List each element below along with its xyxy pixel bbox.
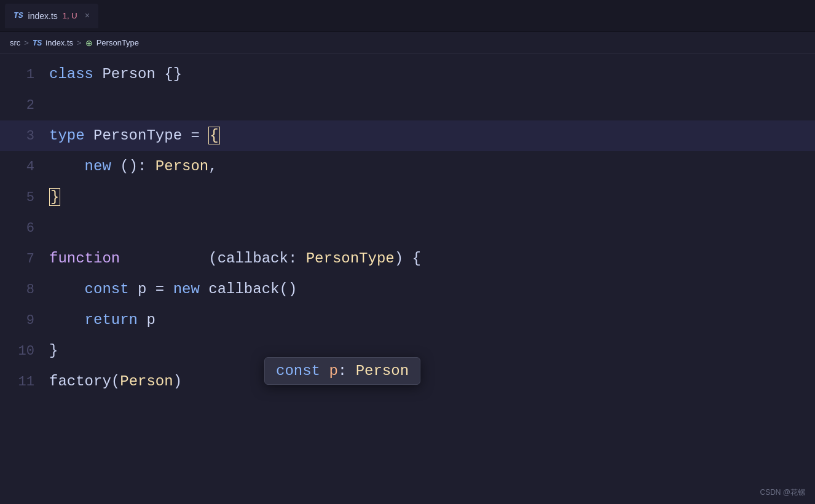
line-3: 3 type PersonType = {	[0, 120, 815, 151]
tab-index-ts[interactable]: TS index.ts 1, U ×	[5, 4, 98, 28]
line-content-9: return p	[49, 305, 156, 336]
line-7: 7 function (callback: PersonType) {	[0, 243, 815, 274]
line-number-8: 8	[0, 282, 49, 297]
tab-bar: TS index.ts 1, U ×	[0, 0, 815, 32]
tab-filename: index.ts	[28, 11, 58, 21]
line-content-1: class Person {}	[49, 59, 182, 90]
breadcrumb: src > TS index.ts > ⊕ PersonType	[0, 32, 815, 54]
line-5: 5 }	[0, 182, 815, 213]
breadcrumb-src: src	[10, 38, 20, 47]
line-content-5: }	[49, 182, 60, 213]
tab-badge: 1, U	[63, 11, 77, 20]
line-content-8: const p = new callback()	[49, 274, 297, 305]
code-editor[interactable]: 1 class Person {} 2 3 type PersonType = …	[0, 54, 815, 504]
line-number-6: 6	[0, 221, 49, 236]
line-number-5: 5	[0, 190, 49, 205]
line-content-10: }	[49, 336, 58, 366]
line-number-2: 2	[0, 98, 49, 113]
line-8: 8 const p = new callback()	[0, 274, 815, 305]
line-number-10: 10	[0, 344, 49, 359]
line-9: 9 return p	[0, 305, 815, 336]
line-6: 6	[0, 213, 815, 243]
ts-icon: TS	[14, 11, 23, 20]
breadcrumb-symbol: PersonType	[96, 38, 139, 47]
watermark: CSDN @花镙	[760, 487, 805, 498]
hover-tooltip: const p: Person	[264, 357, 420, 385]
breadcrumb-file: index.ts	[45, 38, 73, 47]
line-content-3: type PersonType = {	[49, 120, 220, 151]
line-number-9: 9	[0, 313, 49, 328]
code-container: 1 class Person {} 2 3 type PersonType = …	[0, 54, 815, 402]
breadcrumb-sep1: >	[24, 38, 29, 47]
breadcrumb-ts-icon: TS	[33, 39, 42, 47]
line-number-3: 3	[0, 128, 49, 144]
line-1: 1 class Person {}	[0, 59, 815, 90]
line-content-11: factory(Person)	[49, 366, 182, 397]
line-number-4: 4	[0, 159, 49, 175]
breadcrumb-sep2: >	[77, 38, 82, 47]
line-4: 4 new (): Person,	[0, 151, 815, 182]
line-content-2	[49, 90, 58, 120]
line-number-1: 1	[0, 67, 49, 82]
line-number-7: 7	[0, 251, 49, 267]
symbol-icon: ⊕	[85, 38, 93, 48]
close-icon[interactable]: ×	[85, 11, 90, 21]
line-number-11: 11	[0, 374, 49, 390]
line-content-6	[49, 213, 58, 243]
line-content-4: new (): Person,	[49, 151, 218, 182]
line-2: 2	[0, 90, 815, 120]
line-content-7: function (callback: PersonType) {	[49, 243, 421, 274]
